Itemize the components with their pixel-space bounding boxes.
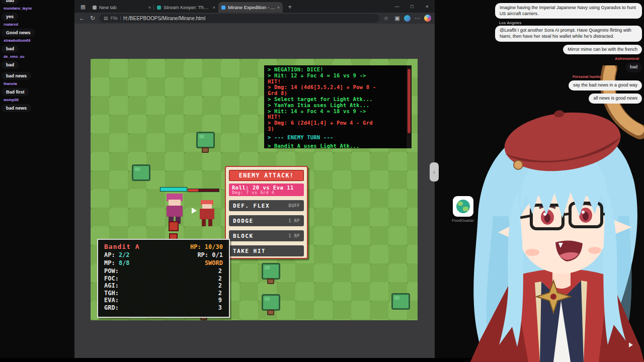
chat-bubble: yes [2,13,18,21]
stat-value: 9 [218,297,222,304]
copilot-icon[interactable] [424,15,431,22]
stat-label: GRD: [104,304,119,312]
dialog-roll-box: Roll: 20 vs Eva 11 Dmg: 7 vs Grd 4 [229,184,304,196]
chat-message: Personal hunter say the bad news in a go… [569,74,642,90]
url-scheme-label: File [111,16,118,21]
dialog-option-button[interactable]: TAKE HIT [229,245,304,256]
log-line: > Bandit A uses Light Atk... [268,143,404,148]
chat-username: Los Angeles [499,21,639,25]
back-icon[interactable]: ← [78,15,86,22]
new-tab-button[interactable]: + [285,2,295,12]
enemy-rp: RP: 0/1 [197,251,223,258]
chat-message: bad news [2,70,74,80]
tab-actions-icon[interactable]: ▦ [77,2,89,11]
bush [262,294,280,311]
split-screen-icon[interactable]: ▣ [393,15,401,22]
chat-message: realared Good news [2,22,74,37]
minion-character[interactable] [169,221,179,231]
tab-label: Stream Keeper: The Dog Control [164,5,211,10]
chat-message: mundane_layne yes [2,6,74,21]
stat-row: AGI: 2 [104,282,223,290]
log-line: > Hit: 14 + Foc 4 = 18 vs 9 -> [268,109,404,115]
stat-value: 2 [218,282,222,290]
dialog-option-button[interactable]: DEF. FLEX BUFF [229,200,304,211]
favorites-star-icon[interactable]: ☆ [382,15,390,22]
close-button[interactable]: × [420,0,435,13]
chat-message: bad [2,0,74,5]
hat-pin [514,160,523,169]
stat-row: TGH: 2 [104,290,223,297]
chat-bubble: Bad first [2,88,29,96]
chat-message: thaneta Bad first [2,81,74,96]
chat-bubble: Good news [2,29,35,37]
tree-trunk [202,147,209,153]
tab-close-icon[interactable]: × [213,5,215,10]
dialog-option-button[interactable]: BLOCK 1 RP [229,230,304,241]
address-bar[interactable]: ▤ File H:/BEEPBOOPS/Mirane/Mirane.html [99,14,379,23]
stat-label: POW: [104,267,119,275]
dialog-option-button[interactable]: DODGE 1 RP [229,215,304,226]
combat-log-lines: > NEGATION: DICE! > Hit: 12 + Foc 4 = 16… [268,67,404,148]
stat-value: 2 [218,267,222,275]
log-line: > Dmg: 6 (2d4[1,4] + Pow 4 - Grd [268,120,404,126]
browser-window: ▦ New tab × Stream Keeper: The Dog Contr… [74,0,435,358]
option-label: TAKE HIT [233,248,266,254]
log-line: > --- ENEMY TURN --- [268,135,404,141]
bush [196,132,215,148]
chat-message: all news is good news [589,93,642,104]
chat-username: realared [4,22,74,27]
chat-message: strawbottom69 bad [2,38,74,53]
enemy-character[interactable] [199,200,215,227]
window-controls: — □ × [389,0,435,13]
browser-tab[interactable]: Stream Keeper: The Dog Control × [154,2,218,13]
tab-close-icon[interactable]: × [148,5,151,10]
player-character[interactable] [165,194,185,225]
chat-username: Personal hunter [573,74,639,79]
tab-strip: ▦ New tab × Stream Keeper: The Dog Contr… [74,0,435,13]
chat-username: strawbottom69 [4,38,74,43]
bush [262,263,280,280]
corner-arrow-icon[interactable] [629,342,633,347]
browser-tab[interactable]: Mirane Expedition - Angel's Swo × [218,2,283,13]
log-scrollbar-thumb[interactable] [408,69,411,133]
refresh-icon[interactable]: ↻ [89,15,97,22]
vtuber-avatar [433,65,644,362]
stat-label: EVA: [104,297,119,304]
url-divider [120,16,121,21]
enemy-hp-bar [188,189,219,192]
chat-bubble: Imagine having the Imperial Japanese Nav… [495,3,642,19]
log-line: 3) [268,126,404,132]
chat-bubble: @Leaflit I got another Sora AI prompt. H… [495,26,642,41]
option-cost-tag: BUFF [289,203,300,208]
profile-avatar[interactable] [404,15,411,22]
chat-bubble: bad news [2,72,31,80]
stat-label: TGH: [104,290,119,297]
enemy-hp-fill [188,189,198,192]
address-toolbar: ← ↻ ▤ File H:/BEEPBOOPS/Mirane/Mirane.ht… [74,13,435,24]
chat-message: Mirror mime can be with the french [563,44,642,55]
damage-line: Dmg: 7 vs Grd 4 [232,190,301,195]
tab-close-icon[interactable]: × [277,5,280,10]
dialog-options: DEF. FLEX BUFF DODGE 1 RP BLOCK 1 [229,200,304,256]
option-label: BLOCK [233,233,254,239]
enemy-hp-text: HP: 10/30 [190,243,223,250]
chat-username: Astronomical [615,56,639,61]
chat-message: Imagine having the Imperial Japanese Nav… [495,3,642,19]
enemy-ap: AP: 2/2 [104,251,130,258]
game-canvas[interactable]: > NEGATION: DICE! > Hit: 12 + Foc 4 = 16… [91,59,418,320]
minimize-button[interactable]: — [389,0,405,13]
enemy-mp: MP: 8/8 [104,259,130,266]
tab-favicon [93,6,97,10]
combat-log-terminal: > NEGATION: DICE! > Hit: 12 + Foc 4 = 16… [264,65,412,148]
log-line: > Dmg: 14 (4d6[3,5,2,4] + Pow 8 - [268,84,404,90]
browser-tab[interactable]: New tab × [90,2,154,13]
enemy-name: Bandit A [104,243,140,250]
tab-label: New tab [99,5,146,10]
maximize-button[interactable]: □ [405,0,420,13]
log-line: > Hit: 12 + Foc 4 = 16 vs 9 -> [268,73,404,79]
log-scrollbar[interactable] [407,65,412,148]
tab-favicon [157,6,161,10]
more-menu-icon[interactable]: ⋯ [413,15,422,22]
tree-trunk [267,279,274,284]
option-cost-tag: 1 RP [289,233,300,238]
